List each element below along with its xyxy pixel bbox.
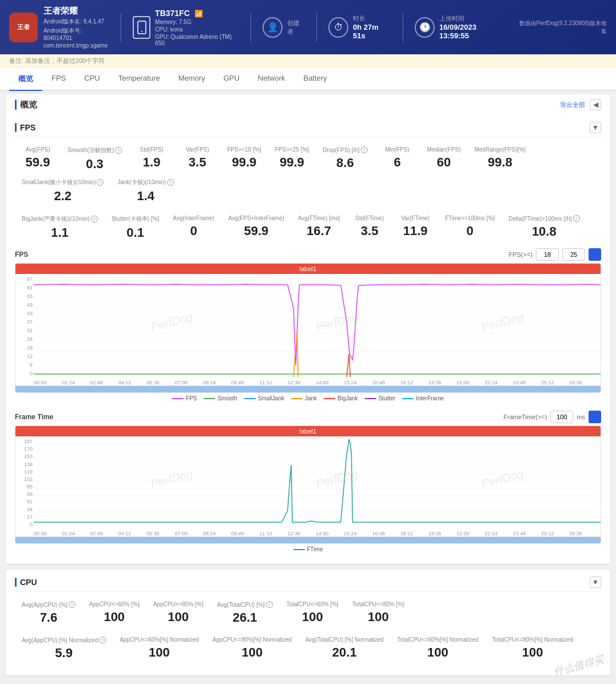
legend-interframe: InterFrame — [402, 395, 444, 401]
cpu-section: CPU ▼ Avg(AppCPU) [%] ? 7.6 AppCPU<=60% … — [6, 570, 610, 675]
fps-chart-svg: PerfDog PerfDog PerfDog — [34, 274, 601, 377]
fps-std: Std(FPS) 1.9 — [129, 143, 174, 175]
android-version-code: Android版本号: 804014701 — [43, 27, 109, 41]
fps-bigjank-label: BigJank(严重卡顿)(/10min) ? — [22, 215, 98, 223]
game-name: 王者荣耀 — [43, 6, 109, 17]
fps-ge-input1[interactable] — [536, 248, 559, 261]
overview-title: 概览 — [15, 100, 37, 110]
ftime-chart-title: Frame Time — [15, 413, 53, 421]
fps-avg-interframe-label: Avg(InterFrame) — [173, 215, 214, 221]
drop-help-icon[interactable]: ? — [361, 146, 368, 153]
cpu-avg-total-label: Avg(TotalCPU) [%] ? — [217, 601, 273, 608]
tab-gpu[interactable]: GPU — [214, 68, 249, 91]
svg-text:PerfDog: PerfDog — [315, 467, 360, 490]
cpu-appcpu-le60-label: AppCPU<=60% [%] — [89, 601, 140, 607]
creator-stat: 👤 创建者 — [263, 17, 305, 38]
fps-drop-label: Drop(FPS) [/h] ? — [323, 146, 367, 153]
fps-scrollbar[interactable] — [15, 385, 601, 392]
overview-header: 概览 导出全部 ◀ — [6, 94, 610, 115]
cpu-totalcpu-le80-norm-value: 100 — [492, 645, 573, 660]
legend-stutter-dot — [365, 398, 376, 399]
cpu-appcpu-le80-norm-label: AppCPU<=80%[%] Normalized — [213, 637, 292, 643]
fps-chart-wrapper: label1 676155 494337 312418 1260 FPS — [15, 263, 601, 393]
cpu-avg-app-help-icon[interactable]: ? — [69, 601, 75, 608]
fps-label-bar: label1 — [15, 264, 601, 274]
cpu-stats-row2: Avg(AppCPU) [%] Normalized ? 5.9 AppCPU<… — [15, 633, 601, 664]
smalljank-help-icon[interactable]: ? — [97, 179, 104, 186]
tab-battery[interactable]: Battery — [295, 68, 336, 91]
ftime-label-bar: label1 — [15, 426, 601, 436]
fps-scrollbar-thumb[interactable] — [15, 386, 601, 392]
upload-time-icon: 🕐 — [415, 17, 435, 38]
tab-memory[interactable]: Memory — [169, 68, 214, 91]
smooth-help-icon[interactable]: ? — [115, 147, 122, 154]
ftime-chart-main: 187170153 136119102 856851 34170 ms — [15, 436, 601, 530]
overview-collapse-button[interactable]: ◀ — [590, 99, 601, 110]
cpu-appcpu-le60: AppCPU<=60% [%] 100 — [82, 598, 146, 629]
cpu-stats-row1: Avg(AppCPU) [%] ? 7.6 AppCPU<=60% [%] 10… — [15, 598, 601, 629]
fps-chart-main: 676155 494337 312418 1260 FPS — [15, 274, 601, 379]
notice-bar: 备注: 添加备注，不超过200个字符 — [0, 54, 616, 68]
fps-avg-ftime-label: Avg(FTime) [ms] — [298, 215, 340, 221]
ftime-ge-input[interactable] — [550, 411, 573, 423]
fps-stutter-value: 0.1 — [112, 225, 159, 240]
delta-help-icon[interactable]: ? — [573, 215, 580, 222]
upload-time-label: 上传时间 — [439, 14, 506, 23]
fps-ge18: FPS>=18 [%] 99.9 — [220, 143, 268, 175]
divider-3 — [316, 13, 317, 42]
fps-medrange-value: 99.8 — [474, 155, 525, 170]
fps-ge25-value: 99.9 — [275, 155, 309, 170]
nav-tabs[interactable]: 概览 FPS CPU Temperature Memory GPU Networ… — [0, 68, 616, 91]
cpu-avg-total-help-icon[interactable]: ? — [266, 601, 273, 608]
tab-network[interactable]: Network — [249, 68, 295, 91]
fps-std-ftime-label: Std(FTime) — [353, 215, 386, 221]
cpu-avg-app-norm-label: Avg(AppCPU) [%] Normalized ? — [22, 637, 106, 643]
fps-color-button[interactable] — [589, 248, 601, 261]
fps-jank: Jank(卡顿)(/10min) ? 1.4 — [110, 175, 180, 207]
tab-overview[interactable]: 概览 — [9, 68, 42, 91]
cpu-avg-total-value: 26.1 — [217, 610, 273, 625]
fps-chart-header: FPS FPS(>=) — [15, 248, 601, 261]
tab-cpu[interactable]: CPU — [75, 68, 109, 91]
fps-avg-interframe-value: 0 — [173, 224, 214, 238]
legend-fps: FPS — [172, 395, 197, 401]
fps-std-ftime-value: 3.5 — [353, 224, 386, 238]
cpu-appcpu-le80: AppCPU<=80% [%] 100 — [146, 598, 210, 629]
game-details: 王者荣耀 Android版本名: 8.4.1.47 Android版本号: 80… — [43, 6, 109, 49]
fps-avg-fps-interframe-label: Avg(FPS+InterFrame) — [228, 215, 284, 221]
tab-temperature[interactable]: Temperature — [109, 68, 169, 91]
tab-fps[interactable]: FPS — [42, 68, 75, 91]
bigjank-help-icon[interactable]: ? — [91, 216, 98, 222]
ftime-chart-controls[interactable]: FrameTime(>=) ms — [503, 411, 601, 423]
legend-jank: Jank — [291, 395, 317, 401]
fps-collapse-button[interactable]: ▼ — [590, 122, 601, 133]
fps-y-axis: 676155 494337 312418 1260 FPS — [15, 274, 34, 379]
ftime-scrollbar[interactable] — [15, 536, 601, 543]
jank-help-icon[interactable]: ? — [167, 179, 174, 186]
cpu-appcpu-le80-norm: AppCPU<=80%[%] Normalized 100 — [206, 633, 299, 664]
cpu-avg-app-norm-help-icon[interactable]: ? — [99, 637, 106, 643]
app-header: 王者 王者荣耀 Android版本名: 8.4.1.47 Android版本号:… — [0, 0, 616, 54]
cpu-totalcpu-le60-label: TotalCPU<=60% [%] — [287, 601, 339, 607]
export-button[interactable]: 导出全部 — [560, 101, 585, 109]
ftime-scrollbar-thumb[interactable] — [15, 537, 601, 543]
package-name: com.tencent.tmgp.sgame — [43, 42, 109, 49]
cpu-avg-app: Avg(AppCPU) [%] ? 7.6 — [15, 598, 82, 629]
fps-median-value: 60 — [427, 155, 461, 170]
fps-section: FPS ▼ Avg(FPS) 59.9 Smooth(渲帧指数) ? 0.3 S… — [6, 115, 610, 564]
fps-smalljank-value: 2.2 — [22, 189, 104, 204]
creator-label: 创建者 — [287, 19, 305, 36]
cpu-collapse-button[interactable]: ▼ — [590, 576, 601, 588]
fps-chart-controls[interactable]: FPS(>=) — [508, 248, 601, 261]
ftime-chart-svg: PerfDog PerfDog PerfDog — [34, 436, 601, 528]
fps-var-value: 3.5 — [181, 155, 213, 170]
cpu-appcpu-le60-value: 100 — [89, 610, 140, 625]
fps-drop: Drop(FPS) [/h] ? 8.6 — [316, 143, 374, 175]
ftime-color-button[interactable] — [589, 411, 601, 423]
upload-time-value: 16/09/2023 13:59:55 — [439, 23, 506, 40]
fps-median: Median(FPS) 60 — [420, 143, 468, 175]
fps-ge25-label: FPS>=25 [%] — [275, 146, 309, 153]
game-info: 王者 王者荣耀 Android版本名: 8.4.1.47 Android版本号:… — [9, 6, 109, 49]
fps-ge-input2[interactable] — [562, 248, 585, 261]
fps-jank-label: Jank(卡顿)(/10min) ? — [117, 178, 173, 186]
